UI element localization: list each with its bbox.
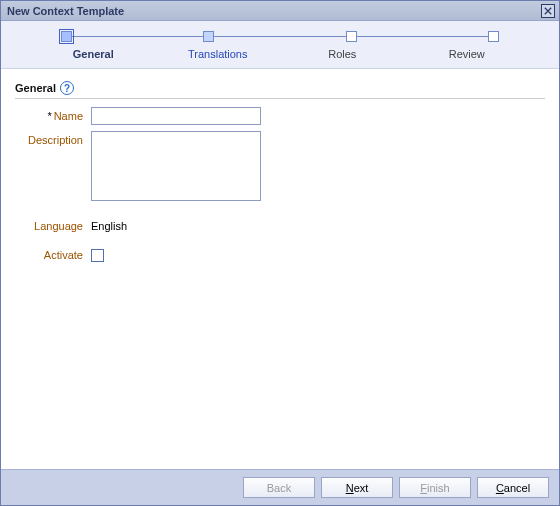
close-button[interactable]: [541, 4, 555, 18]
help-icon[interactable]: ?: [60, 81, 74, 95]
step-label-translations[interactable]: Translations: [156, 48, 281, 60]
step-connector-line: [69, 36, 491, 37]
content-area: General ? *Name Description Language Eng…: [1, 69, 559, 280]
wizard-steps: General Translations Roles Review: [1, 21, 559, 69]
button-bar: Back Next Finish Cancel: [1, 469, 559, 505]
window-title: New Context Template: [7, 5, 124, 17]
activate-checkbox[interactable]: [91, 249, 104, 262]
step-box-roles[interactable]: [346, 31, 357, 42]
step-label-review: Review: [405, 48, 530, 60]
step-box-review[interactable]: [488, 31, 499, 42]
cancel-button[interactable]: Cancel: [477, 477, 549, 498]
back-button: Back: [243, 477, 315, 498]
step-label-roles: Roles: [280, 48, 405, 60]
step-box-general[interactable]: [61, 31, 72, 42]
language-value: English: [91, 217, 127, 232]
row-activate: Activate: [15, 246, 545, 262]
next-button[interactable]: Next: [321, 477, 393, 498]
close-icon: [544, 7, 552, 15]
step-labels: General Translations Roles Review: [31, 48, 529, 60]
section-header: General ?: [15, 81, 545, 99]
titlebar: New Context Template: [1, 1, 559, 21]
row-description: Description: [15, 131, 545, 201]
step-indicators: [61, 31, 499, 42]
name-label: *Name: [15, 107, 91, 122]
section-title: General: [15, 82, 56, 94]
step-label-general[interactable]: General: [31, 48, 156, 60]
row-name: *Name: [15, 107, 545, 125]
activate-label: Activate: [15, 246, 91, 261]
name-input[interactable]: [91, 107, 261, 125]
finish-button: Finish: [399, 477, 471, 498]
language-label: Language: [15, 217, 91, 232]
description-label: Description: [15, 131, 91, 146]
description-input[interactable]: [91, 131, 261, 201]
step-box-translations[interactable]: [203, 31, 214, 42]
row-language: Language English: [15, 217, 545, 232]
